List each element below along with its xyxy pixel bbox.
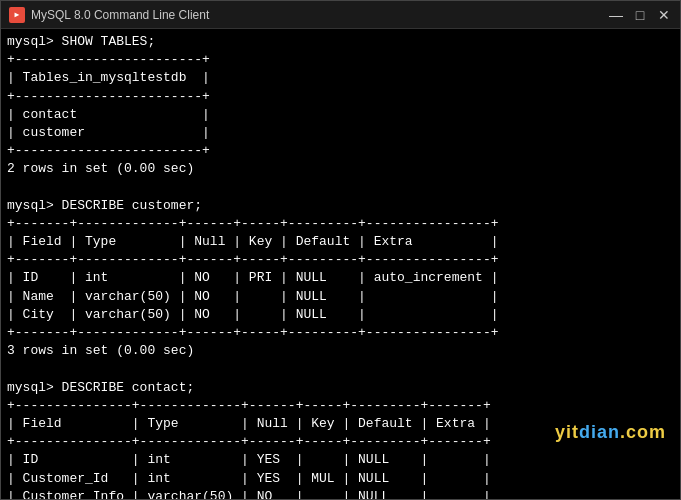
line-21: +---------------+-------------+------+--…: [7, 397, 674, 415]
watermark-part3: .com: [620, 422, 666, 442]
line-8: 2 rows in set (0.00 sec): [7, 160, 674, 178]
line-3: | Tables_in_mysqltestdb |: [7, 69, 674, 87]
line-7: +------------------------+: [7, 142, 674, 160]
line-9: [7, 179, 674, 197]
line-16: | City | varchar(50) | NO | | NULL | |: [7, 306, 674, 324]
line-1: mysql> SHOW TABLES;: [7, 33, 674, 51]
line-10: mysql> DESCRIBE customer;: [7, 197, 674, 215]
line-11: +-------+-------------+------+-----+----…: [7, 215, 674, 233]
line-15: | Name | varchar(50) | NO | | NULL | |: [7, 288, 674, 306]
line-4: +------------------------+: [7, 88, 674, 106]
terminal-output: mysql> SHOW TABLES; +-------------------…: [1, 29, 680, 499]
window-title: MySQL 8.0 Command Line Client: [31, 8, 608, 22]
line-5: | contact |: [7, 106, 674, 124]
line-26: | Customer_Info | varchar(50) | NO | | N…: [7, 488, 674, 499]
maximize-button[interactable]: □: [632, 7, 648, 23]
app-window: ▶ MySQL 8.0 Command Line Client — □ ✕ my…: [0, 0, 681, 500]
line-18: 3 rows in set (0.00 sec): [7, 342, 674, 360]
app-icon: ▶: [9, 7, 25, 23]
line-25: | Customer_Id | int | YES | MUL | NULL |…: [7, 470, 674, 488]
minimize-button[interactable]: —: [608, 7, 624, 23]
line-17: +-------+-------------+------+-----+----…: [7, 324, 674, 342]
line-24: | ID | int | YES | | NULL | |: [7, 451, 674, 469]
watermark-part1: yit: [555, 422, 579, 442]
line-12: | Field | Type | Null | Key | Default | …: [7, 233, 674, 251]
line-19: [7, 360, 674, 378]
watermark: yitdian.com: [549, 418, 672, 447]
line-6: | customer |: [7, 124, 674, 142]
line-2: +------------------------+: [7, 51, 674, 69]
line-13: +-------+-------------+------+-----+----…: [7, 251, 674, 269]
window-controls: — □ ✕: [608, 7, 672, 23]
line-20: mysql> DESCRIBE contact;: [7, 379, 674, 397]
line-14: | ID | int | NO | PRI | NULL | auto_incr…: [7, 269, 674, 287]
close-button[interactable]: ✕: [656, 7, 672, 23]
watermark-part2: dian: [579, 422, 620, 442]
title-bar: ▶ MySQL 8.0 Command Line Client — □ ✕: [1, 1, 680, 29]
